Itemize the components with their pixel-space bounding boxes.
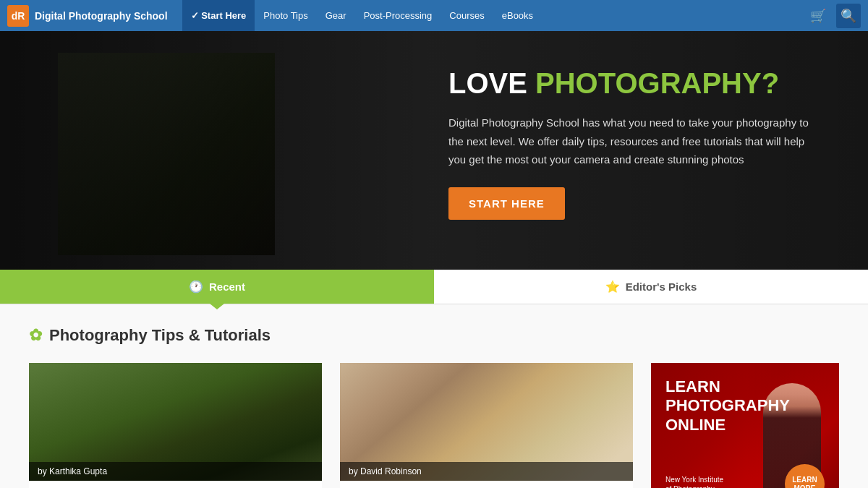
article-2-title: Tips for Getting Sharper Real Estate Int… (340, 481, 633, 488)
star-icon: ⭐ (605, 280, 620, 294)
ad-logo-line2: of Photography (665, 485, 715, 489)
site-name: Digital Photography School (35, 10, 168, 22)
navbar: dR Digital Photography School ✓ Start He… (0, 0, 868, 31)
hero-content: LOVE PHOTOGRAPHY? Digital Photography Sc… (448, 67, 810, 220)
article-1-image-wrap: by Karthika Gupta (29, 363, 322, 481)
ad-headline: LEARN PHOTOGRAPHY ONLINE (665, 377, 790, 435)
article-2-image-wrap: by David Robinson (340, 363, 633, 481)
ad-learn-more-button[interactable]: LEARN MORE (785, 464, 825, 488)
article-1-title: 5 Tips for Doing Photography in National… (29, 481, 322, 488)
hero-cta-button[interactable]: START HERE (448, 187, 565, 220)
ad-logo-line1: New York Institute (665, 476, 723, 484)
cart-button[interactable]: 🛒 (806, 4, 830, 28)
nav-item-ebooks[interactable]: eBooks (493, 0, 542, 31)
tab-recent-label: Recent (209, 281, 245, 293)
tabs-bar: 🕐 Recent ⭐ Editor's Picks (0, 270, 868, 304)
hero-description: Digital Photography School has what you … (448, 114, 810, 169)
section-icon: ✿ (29, 326, 42, 345)
article-card-1[interactable]: by Karthika Gupta 5 Tips for Doing Photo… (29, 363, 322, 488)
hero-title-photography: PHOTOGRAPHY? (535, 67, 779, 99)
main-content: ✿ Photography Tips & Tutorials by Karthi… (0, 304, 868, 488)
nav-item-start-here[interactable]: ✓ Start Here (182, 0, 255, 31)
hero-title: LOVE PHOTOGRAPHY? (448, 67, 810, 99)
nav-item-gear[interactable]: Gear (317, 0, 355, 31)
logo-icon: dR (7, 5, 29, 27)
nav-item-post-processing[interactable]: Post-Processing (355, 0, 441, 31)
ad-logo: New York Institute of Photography (665, 475, 723, 489)
articles-grid: by Karthika Gupta 5 Tips for Doing Photo… (29, 363, 839, 488)
article-1-author: by Karthika Gupta (29, 462, 322, 481)
nav-links: ✓ Start Here Photo Tips Gear Post-Proces… (182, 0, 806, 31)
search-button[interactable]: 🔍 (836, 4, 861, 28)
hero-title-static: LOVE (448, 67, 527, 99)
tab-editors-picks[interactable]: ⭐ Editor's Picks (434, 270, 868, 304)
section-title-text: Photography Tips & Tutorials (49, 326, 271, 345)
advertisement-box[interactable]: LEARN PHOTOGRAPHY ONLINE New York Instit… (651, 363, 839, 488)
clock-icon: 🕐 (189, 280, 203, 294)
nav-right: 🛒 🔍 (806, 4, 861, 28)
tab-editors-picks-label: Editor's Picks (626, 281, 697, 293)
ad-bottom: New York Institute of Photography LEARN … (665, 464, 825, 488)
article-2-author: by David Robinson (340, 462, 633, 481)
site-logo[interactable]: dR Digital Photography School (7, 5, 168, 27)
article-card-2[interactable]: by David Robinson Tips for Getting Sharp… (340, 363, 633, 488)
nav-item-photo-tips[interactable]: Photo Tips (255, 0, 316, 31)
nav-item-courses[interactable]: Courses (441, 0, 493, 31)
hero-section: LOVE PHOTOGRAPHY? Digital Photography Sc… (0, 31, 868, 270)
section-title: ✿ Photography Tips & Tutorials (29, 326, 839, 345)
tab-recent[interactable]: 🕐 Recent (0, 270, 434, 304)
